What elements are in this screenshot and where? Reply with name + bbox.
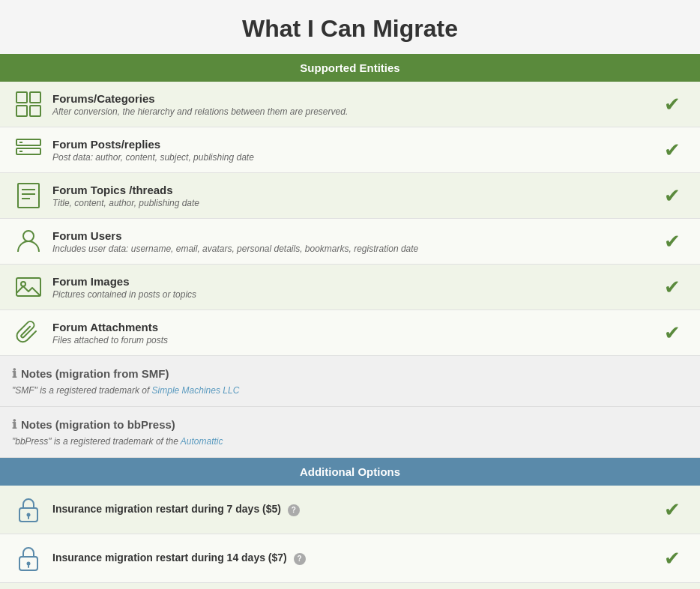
svg-rect-1 xyxy=(30,92,40,103)
entity-text-forums: Forums/Categories After conversion, the … xyxy=(45,92,664,117)
users-icon xyxy=(12,228,45,255)
checkmark-images: ✔ xyxy=(664,276,688,299)
notes-smf-text: "SMF" is a registered trademark of Simpl… xyxy=(12,385,688,396)
supported-entities-section: Supported Entities Forums/Categories Aft… xyxy=(0,54,700,356)
supported-entities-header: Supported Entities xyxy=(0,54,700,82)
option-row-14days: Insurance migration restart during 14 da… xyxy=(0,534,700,583)
entity-text-topics: Forum Topics /threads Title, content, au… xyxy=(45,184,664,208)
info-icon-smf: ℹ xyxy=(12,366,16,381)
topics-icon xyxy=(12,182,45,209)
attachments-icon xyxy=(12,319,45,346)
notes-smf-title: ℹ Notes (migration from SMF) xyxy=(12,366,688,381)
entity-text-users: Forum Users Includes user data: username… xyxy=(45,229,664,254)
lock-icon-14days xyxy=(12,545,45,572)
option-row-30days: Insurance migration restart during 30 da… xyxy=(0,583,700,589)
images-icon xyxy=(12,274,45,300)
notes-bbpress-text: "bbPress" is a registered trademark of t… xyxy=(12,436,688,447)
entity-row-posts: Forum Posts/replies Post data: author, c… xyxy=(0,127,700,173)
entity-text-images: Forum Images Pictures contained in posts… xyxy=(45,275,664,300)
entity-desc-users: Includes user data: username, email, ava… xyxy=(52,244,664,254)
checkmark-option-7days: ✔ xyxy=(664,498,688,522)
entity-title-topics: Forum Topics /threads xyxy=(52,184,664,196)
checkmark-forums: ✔ xyxy=(664,93,688,116)
svg-rect-2 xyxy=(16,106,27,116)
checkmark-option-14days: ✔ xyxy=(664,547,688,570)
checkmark-users: ✔ xyxy=(664,230,688,253)
svg-rect-8 xyxy=(18,184,39,208)
posts-icon xyxy=(12,136,45,163)
checkmark-attachments: ✔ xyxy=(664,321,688,345)
entity-title-posts: Forum Posts/replies xyxy=(52,138,664,151)
entity-row-images: Forum Images Pictures contained in posts… xyxy=(0,265,700,310)
help-icon-14days[interactable]: ? xyxy=(294,553,306,565)
entity-row-attachments: Forum Attachments Files attached to foru… xyxy=(0,310,700,356)
option-text-7days: Insurance migration restart during 7 day… xyxy=(45,503,664,516)
entity-row-topics: Forum Topics /threads Title, content, au… xyxy=(0,173,700,219)
checkmark-posts: ✔ xyxy=(664,139,688,162)
svg-rect-3 xyxy=(30,106,40,116)
additional-options-section: Additional Options Insurance migration r… xyxy=(0,458,700,589)
lock-icon-7days xyxy=(12,496,45,523)
smf-link[interactable]: Simple Machines LLC xyxy=(152,385,240,396)
page-title: What I Can Migrate xyxy=(0,0,700,54)
entity-title-forums: Forums/Categories xyxy=(52,92,664,105)
svg-rect-0 xyxy=(16,92,27,103)
entity-text-attachments: Forum Attachments Files attached to foru… xyxy=(45,321,664,345)
additional-options-header: Additional Options xyxy=(0,458,700,486)
entity-desc-attachments: Files attached to forum posts xyxy=(52,335,664,345)
bbpress-link[interactable]: Automattic xyxy=(181,436,223,447)
entity-title-attachments: Forum Attachments xyxy=(52,321,664,333)
entity-text-posts: Forum Posts/replies Post data: author, c… xyxy=(45,138,664,163)
forums-icon xyxy=(12,91,45,118)
notes-smf: ℹ Notes (migration from SMF) "SMF" is a … xyxy=(0,356,700,407)
entity-title-images: Forum Images xyxy=(52,275,664,288)
notes-bbpress: ℹ Notes (migration to bbPress) "bbPress"… xyxy=(0,407,700,458)
help-icon-7days[interactable]: ? xyxy=(288,504,300,516)
entity-desc-forums: After conversion, the hierarchy and rela… xyxy=(52,106,664,117)
entity-desc-posts: Post data: author, content, subject, pub… xyxy=(52,152,664,163)
entity-desc-images: Pictures contained in posts or topics xyxy=(52,289,664,300)
entity-row-forums: Forums/Categories After conversion, the … xyxy=(0,82,700,127)
option-text-14days: Insurance migration restart during 14 da… xyxy=(45,552,664,565)
notes-bbpress-title: ℹ Notes (migration to bbPress) xyxy=(12,417,688,432)
info-icon-bbpress: ℹ xyxy=(12,417,16,432)
svg-point-12 xyxy=(23,231,34,241)
entity-desc-topics: Title, content, author, publishing date xyxy=(52,198,664,208)
checkmark-topics: ✔ xyxy=(664,184,688,208)
option-row-7days: Insurance migration restart during 7 day… xyxy=(0,486,700,534)
entity-row-users: Forum Users Includes user data: username… xyxy=(0,219,700,265)
entity-title-users: Forum Users xyxy=(52,229,664,242)
